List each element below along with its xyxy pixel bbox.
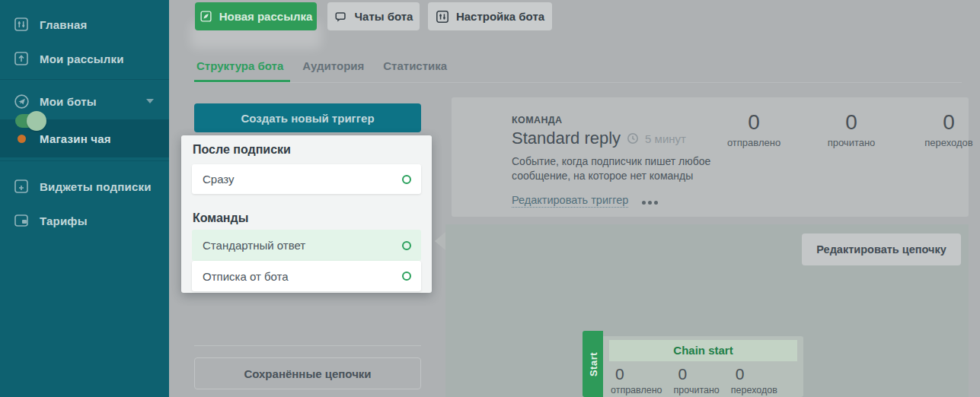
section-title-after-subscription: После подписки [193,143,291,157]
connector-ring-icon[interactable] [402,241,411,250]
canvas-pointer-arrow [435,232,445,250]
sidebar-item-home[interactable]: Главная [0,8,169,41]
trigger-row-standard-reply[interactable]: Стандартный ответ [192,230,421,261]
trigger-description: Событие, когда подписчик пишет любое соо… [512,154,710,183]
sidebar-item-my-bots[interactable]: Мои боты [0,84,169,118]
sidebar-item-label: Мои рассылки [40,52,124,65]
sidebar-item-label: Главная [40,18,87,31]
stat-sent: 0 отправлено [611,365,662,395]
chain-start-block[interactable]: Chain start 0 отправлено 0 прочитано 0 п… [603,336,803,397]
section-title-commands: Команды [193,211,248,225]
sidebar-divider [0,160,169,161]
sidebar-item-label: Мои боты [40,95,97,108]
more-options-icon[interactable] [642,198,658,205]
delay-clock-icon [627,132,639,145]
sidebar-divider [0,79,169,80]
bot-chats-label: Чаты бота [355,10,413,23]
toggle-knob [27,111,46,131]
tabs-divider-line [194,82,962,83]
saved-chains-button[interactable]: Сохранённые цепочки [194,357,421,389]
stat-sent: 0 отправлено [720,110,788,148]
bot-settings-button[interactable]: Настройка бота [428,2,552,30]
new-mailing-button[interactable]: Новая рассылка [195,2,317,30]
sidebar-item-subscription-widgets[interactable]: Виджеты подписки [0,170,169,203]
trigger-row-label: Сразу [203,173,235,186]
trigger-stats: 0 отправлено 0 прочитано 0 переходов [720,110,980,148]
sidebar-item-label: Магазин чая [40,132,111,145]
chain-start-tab[interactable]: Start [583,331,603,397]
edit-chain-button[interactable]: Редактировать цепочку [802,233,961,265]
tab-audience[interactable]: Аудитория [302,59,364,72]
trigger-row-unsubscribe[interactable]: Отписка от бота [192,261,421,291]
sidebar-item-tariffs[interactable]: Тарифы [0,204,169,237]
widget-icon [12,177,30,195]
new-mailing-label: Новая рассылка [219,10,313,23]
orange-dot-icon [12,129,30,148]
sidebar-item-label: Виджеты подписки [40,180,152,193]
tab-statistics[interactable]: Статистика [383,59,447,72]
stat-transitions: 0 переходов [915,110,980,148]
trigger-list-panel: После подписки Сразу Команды Стандартный… [181,135,432,293]
compose-icon [200,10,212,23]
trigger-row-immediately[interactable]: Сразу [192,164,421,194]
telegram-icon [12,92,30,110]
connector-ring-icon[interactable] [402,175,411,184]
trigger-row-label: Отписка от бота [203,270,289,283]
stat-read: 0 прочитано [674,365,720,395]
edit-trigger-link[interactable]: Редактировать триггер [512,194,628,208]
chain-start-stats: 0 отправлено 0 прочитано 0 переходов [611,365,777,395]
section-tabs: Структура бота Аудитория Статистика [196,59,447,72]
chat-bubble-icon [334,10,348,24]
bot-chats-button[interactable]: Чаты бота [327,2,420,30]
wallet-icon [12,211,30,230]
left-column-divider [194,345,421,346]
sliders-icon [12,15,30,33]
chevron-down-icon [146,99,154,103]
chain-canvas: Редактировать цепочку Start Chain start … [445,224,969,397]
trigger-enabled-toggle[interactable] [15,114,44,128]
trigger-actions-row: Редактировать триггер [512,194,658,208]
sidebar-item-label: Тарифы [40,214,88,227]
sidebar: Главная Мои рассылки Мои боты Магазин ча… [0,0,169,397]
tab-bot-structure[interactable]: Структура бота [196,59,283,72]
trigger-title-row: Standard reply 5 минут [512,129,686,148]
trigger-row-label: Стандартный ответ [203,239,305,252]
trigger-delay: 5 минут [645,132,686,145]
stat-transitions: 0 переходов [731,365,777,395]
trigger-title: Standard reply [512,129,621,148]
upload-icon [12,49,30,68]
trigger-type-label: КОМАНДА [512,115,563,125]
sidebar-item-my-mailings[interactable]: Мои рассылки [0,42,169,75]
create-trigger-button[interactable]: Создать новый триггер [194,103,421,132]
bot-settings-label: Настройка бота [456,10,544,23]
connector-ring-icon[interactable] [402,272,411,281]
chain-start-title[interactable]: Chain start [609,340,797,361]
sliders-icon [436,10,449,24]
stat-read: 0 прочитано [817,110,886,148]
bot-structure-page: Главная Мои рассылки Мои боты Магазин ча… [0,0,980,397]
chain-start-tab-label: Start [587,351,599,376]
